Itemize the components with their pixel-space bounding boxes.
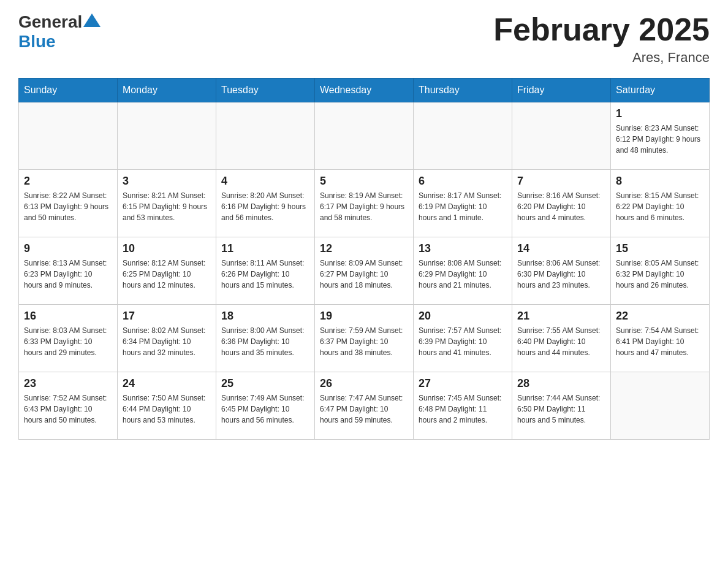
logo-triangle-icon xyxy=(83,13,100,27)
calendar-cell: 7Sunrise: 8:16 AM Sunset: 6:20 PM Daylig… xyxy=(512,170,611,237)
calendar-table: Sunday Monday Tuesday Wednesday Thursday… xyxy=(18,78,710,440)
calendar-cell: 12Sunrise: 8:09 AM Sunset: 6:27 PM Dayli… xyxy=(315,237,414,305)
day-number: 1 xyxy=(616,107,704,120)
logo-blue-text: Blue xyxy=(18,32,56,52)
calendar-cell: 27Sunrise: 7:45 AM Sunset: 6:48 PM Dayli… xyxy=(414,372,512,440)
day-number: 15 xyxy=(616,242,704,255)
day-info: Sunrise: 8:03 AM Sunset: 6:33 PM Dayligh… xyxy=(24,325,112,358)
day-info: Sunrise: 7:47 AM Sunset: 6:47 PM Dayligh… xyxy=(320,393,408,426)
title-container: February 2025 Ares, France xyxy=(493,12,710,66)
day-info: Sunrise: 7:52 AM Sunset: 6:43 PM Dayligh… xyxy=(24,393,112,426)
day-number: 28 xyxy=(517,377,605,390)
calendar-cell xyxy=(118,102,216,170)
calendar-cell: 11Sunrise: 8:11 AM Sunset: 6:26 PM Dayli… xyxy=(216,237,315,305)
day-number: 12 xyxy=(320,242,408,255)
calendar-cell xyxy=(512,102,611,170)
calendar-cell: 3Sunrise: 8:21 AM Sunset: 6:15 PM Daylig… xyxy=(118,170,216,237)
day-info: Sunrise: 8:02 AM Sunset: 6:34 PM Dayligh… xyxy=(123,325,211,358)
calendar-cell: 25Sunrise: 7:49 AM Sunset: 6:45 PM Dayli… xyxy=(216,372,315,440)
calendar-cell: 9Sunrise: 8:13 AM Sunset: 6:23 PM Daylig… xyxy=(19,237,118,305)
day-number: 17 xyxy=(123,310,211,323)
day-number: 21 xyxy=(517,310,605,323)
day-info: Sunrise: 8:20 AM Sunset: 6:16 PM Dayligh… xyxy=(221,190,309,223)
day-info: Sunrise: 8:16 AM Sunset: 6:20 PM Dayligh… xyxy=(517,190,605,223)
day-number: 25 xyxy=(221,377,309,390)
header-saturday: Saturday xyxy=(611,79,710,102)
day-info: Sunrise: 8:12 AM Sunset: 6:25 PM Dayligh… xyxy=(123,258,211,291)
day-info: Sunrise: 7:44 AM Sunset: 6:50 PM Dayligh… xyxy=(517,393,605,426)
calendar-cell: 8Sunrise: 8:15 AM Sunset: 6:22 PM Daylig… xyxy=(611,170,710,237)
calendar-cell: 13Sunrise: 8:08 AM Sunset: 6:29 PM Dayli… xyxy=(414,237,512,305)
day-number: 13 xyxy=(419,242,507,255)
day-info: Sunrise: 7:57 AM Sunset: 6:39 PM Dayligh… xyxy=(419,325,507,358)
day-number: 6 xyxy=(419,175,507,188)
day-number: 26 xyxy=(320,377,408,390)
day-number: 19 xyxy=(320,310,408,323)
day-info: Sunrise: 8:22 AM Sunset: 6:13 PM Dayligh… xyxy=(24,190,112,223)
day-number: 22 xyxy=(616,310,704,323)
calendar-cell: 2Sunrise: 8:22 AM Sunset: 6:13 PM Daylig… xyxy=(19,170,118,237)
calendar-cell: 22Sunrise: 7:54 AM Sunset: 6:41 PM Dayli… xyxy=(611,305,710,372)
day-info: Sunrise: 8:23 AM Sunset: 6:12 PM Dayligh… xyxy=(616,123,704,156)
calendar-cell xyxy=(315,102,414,170)
header-monday: Monday xyxy=(118,79,216,102)
calendar-cell xyxy=(216,102,315,170)
calendar-cell: 21Sunrise: 7:55 AM Sunset: 6:40 PM Dayli… xyxy=(512,305,611,372)
day-number: 3 xyxy=(123,175,211,188)
header-sunday: Sunday xyxy=(19,79,118,102)
day-number: 7 xyxy=(517,175,605,188)
calendar-cell: 14Sunrise: 8:06 AM Sunset: 6:30 PM Dayli… xyxy=(512,237,611,305)
calendar-cell: 20Sunrise: 7:57 AM Sunset: 6:39 PM Dayli… xyxy=(414,305,512,372)
week-row-1: 1Sunrise: 8:23 AM Sunset: 6:12 PM Daylig… xyxy=(19,102,710,170)
day-number: 4 xyxy=(221,175,309,188)
day-info: Sunrise: 7:55 AM Sunset: 6:40 PM Dayligh… xyxy=(517,325,605,358)
header-tuesday: Tuesday xyxy=(216,79,315,102)
week-row-2: 2Sunrise: 8:22 AM Sunset: 6:13 PM Daylig… xyxy=(19,170,710,237)
calendar-cell: 16Sunrise: 8:03 AM Sunset: 6:33 PM Dayli… xyxy=(19,305,118,372)
day-info: Sunrise: 7:59 AM Sunset: 6:37 PM Dayligh… xyxy=(320,325,408,358)
day-info: Sunrise: 8:19 AM Sunset: 6:17 PM Dayligh… xyxy=(320,190,408,223)
calendar-cell: 17Sunrise: 8:02 AM Sunset: 6:34 PM Dayli… xyxy=(118,305,216,372)
calendar-cell xyxy=(611,372,710,440)
logo-general-text: General xyxy=(18,12,82,32)
day-info: Sunrise: 8:08 AM Sunset: 6:29 PM Dayligh… xyxy=(419,258,507,291)
day-number: 23 xyxy=(24,377,112,390)
day-number: 24 xyxy=(123,377,211,390)
calendar-cell: 26Sunrise: 7:47 AM Sunset: 6:47 PM Dayli… xyxy=(315,372,414,440)
calendar-cell: 1Sunrise: 8:23 AM Sunset: 6:12 PM Daylig… xyxy=(611,102,710,170)
day-number: 2 xyxy=(24,175,112,188)
month-title: February 2025 xyxy=(493,12,710,47)
day-number: 27 xyxy=(419,377,507,390)
day-info: Sunrise: 7:49 AM Sunset: 6:45 PM Dayligh… xyxy=(221,393,309,426)
day-info: Sunrise: 8:15 AM Sunset: 6:22 PM Dayligh… xyxy=(616,190,704,223)
calendar-cell: 10Sunrise: 8:12 AM Sunset: 6:25 PM Dayli… xyxy=(118,237,216,305)
calendar-cell xyxy=(19,102,118,170)
calendar-cell: 28Sunrise: 7:44 AM Sunset: 6:50 PM Dayli… xyxy=(512,372,611,440)
week-row-3: 9Sunrise: 8:13 AM Sunset: 6:23 PM Daylig… xyxy=(19,237,710,305)
week-row-4: 16Sunrise: 8:03 AM Sunset: 6:33 PM Dayli… xyxy=(19,305,710,372)
calendar-cell: 15Sunrise: 8:05 AM Sunset: 6:32 PM Dayli… xyxy=(611,237,710,305)
day-number: 20 xyxy=(419,310,507,323)
day-info: Sunrise: 8:13 AM Sunset: 6:23 PM Dayligh… xyxy=(24,258,112,291)
day-info: Sunrise: 8:05 AM Sunset: 6:32 PM Dayligh… xyxy=(616,258,704,291)
logo: General Blue xyxy=(18,12,100,52)
day-number: 14 xyxy=(517,242,605,255)
day-info: Sunrise: 8:17 AM Sunset: 6:19 PM Dayligh… xyxy=(419,190,507,223)
day-number: 18 xyxy=(221,310,309,323)
calendar-cell: 4Sunrise: 8:20 AM Sunset: 6:16 PM Daylig… xyxy=(216,170,315,237)
day-number: 10 xyxy=(123,242,211,255)
location-label: Ares, France xyxy=(493,50,710,66)
day-info: Sunrise: 7:54 AM Sunset: 6:41 PM Dayligh… xyxy=(616,325,704,358)
day-info: Sunrise: 8:11 AM Sunset: 6:26 PM Dayligh… xyxy=(221,258,309,291)
week-row-5: 23Sunrise: 7:52 AM Sunset: 6:43 PM Dayli… xyxy=(19,372,710,440)
day-number: 8 xyxy=(616,175,704,188)
calendar-cell: 24Sunrise: 7:50 AM Sunset: 6:44 PM Dayli… xyxy=(118,372,216,440)
page-header: General Blue February 2025 Ares, France xyxy=(18,12,710,66)
day-number: 16 xyxy=(24,310,112,323)
header-wednesday: Wednesday xyxy=(315,79,414,102)
weekday-header-row: Sunday Monday Tuesday Wednesday Thursday… xyxy=(19,79,710,102)
day-info: Sunrise: 8:00 AM Sunset: 6:36 PM Dayligh… xyxy=(221,325,309,358)
day-number: 9 xyxy=(24,242,112,255)
calendar-cell: 5Sunrise: 8:19 AM Sunset: 6:17 PM Daylig… xyxy=(315,170,414,237)
calendar-cell: 18Sunrise: 8:00 AM Sunset: 6:36 PM Dayli… xyxy=(216,305,315,372)
